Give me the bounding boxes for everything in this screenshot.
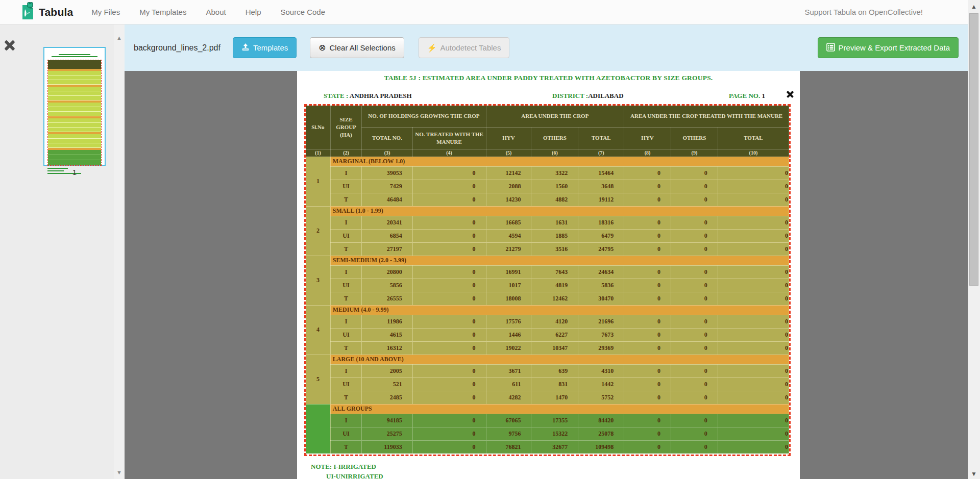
table-cell: 0 (671, 341, 718, 355)
templates-button-label: Templates (253, 43, 288, 52)
pdf-table-title: TABLE 5J : ESTIMATED AREA UNDER PADDY TR… (297, 74, 800, 82)
autodetect-button-label: Autodetect Tables (440, 43, 501, 52)
sidebar-scroll-down-icon[interactable]: ▼ (114, 469, 125, 475)
remove-file-button[interactable] (4, 40, 15, 51)
table-cell: 0 (671, 391, 718, 404)
pdf-page-1[interactable]: TABLE 5J : ESTIMATED AREA UNDER PADDY TR… (297, 71, 800, 479)
table-cell: 4282 (486, 391, 531, 404)
thumbnail-stripe (48, 134, 101, 139)
main-scrollbar[interactable]: ▲ ▼ (968, 0, 980, 479)
thumb-table-rows (48, 69, 101, 165)
table-cell: 6854 (362, 229, 412, 242)
table-cell: 0 (718, 193, 789, 206)
table-row: T24850428214705752000 (306, 391, 789, 404)
table-cell: 0 (412, 180, 486, 193)
col-header-slno: Sl.No (306, 106, 330, 149)
slno-cell: 3 (306, 256, 330, 305)
selection-box[interactable]: Sl.No SIZE GROUP (HA) NO. OF HOLDINGS GR… (304, 104, 791, 456)
table-cell: 94185 (362, 414, 412, 427)
autodetect-tables-button[interactable]: ⚡ Autodetect Tables (419, 37, 510, 58)
export-button-label: Preview & Export Extracted Data (839, 43, 950, 52)
nav-my-templates[interactable]: My Templates (139, 8, 186, 16)
pdf-table-body: 1MARGINAL (BELOW 1.0)I390530121423322154… (306, 157, 789, 453)
thumb-table-header (48, 60, 101, 69)
nav-source-code[interactable]: Source Code (281, 8, 326, 16)
preview-export-button[interactable]: Preview & Export Extracted Data (818, 37, 959, 58)
col-header-treated: NO. TREATED WITH THE MANURE (412, 127, 486, 149)
table-cell: 0 (412, 440, 486, 453)
table-cell: 0 (718, 265, 789, 279)
thumbnail-stripe (48, 155, 101, 160)
table-row: UI52106118311442000 (306, 377, 789, 391)
table-cell: 12142 (486, 166, 531, 180)
tabula-logo-icon (19, 2, 35, 22)
table-cell: 0 (718, 216, 789, 229)
table-cell: 25078 (578, 427, 624, 440)
table-cell: 5856 (362, 279, 412, 292)
table-cell: 46484 (362, 193, 412, 206)
nav-help[interactable]: Help (246, 8, 261, 16)
table-cell: 0 (624, 216, 671, 229)
table-cell: 0 (718, 391, 789, 404)
table-row: I2005036716394310000 (306, 364, 789, 377)
table-cell: 15322 (531, 427, 578, 440)
sidebar-scrollbar[interactable]: ▲ ▼ (114, 24, 125, 479)
document-filename: background_lines_2.pdf (134, 43, 220, 53)
thumbnail-stripe (48, 128, 101, 132)
support-link[interactable]: Support Tabula on OpenCollective! (804, 8, 923, 16)
templates-button[interactable]: Templates (233, 37, 297, 58)
table-cell: 0 (412, 341, 486, 355)
table-cell: 3671 (486, 364, 531, 377)
table-cell: T (330, 440, 362, 453)
brand-home-link[interactable]: Tabula (19, 2, 73, 22)
table-cell: 639 (531, 364, 578, 377)
nav-about[interactable]: About (206, 8, 226, 16)
scroll-up-icon[interactable]: ▲ (968, 3, 980, 10)
table-cell: 0 (412, 292, 486, 305)
thumb-title-line (59, 54, 90, 55)
table-cell: 4882 (531, 193, 578, 206)
remove-selection-button[interactable] (786, 90, 794, 98)
group-header-cell: SEMI-MEDIUM (2.0 - 3.99) (330, 256, 789, 265)
table-cell: 0 (624, 414, 671, 427)
table-cell: I (330, 216, 362, 229)
table-cell: 0 (671, 328, 718, 341)
table-cell: 17576 (486, 315, 531, 328)
table-cell: 5752 (578, 391, 624, 404)
table-cell: 26555 (362, 292, 412, 305)
table-cell: I (330, 414, 362, 427)
page-thumbnails-sidebar: 1 ▲ ▼ (0, 24, 125, 479)
pageno-label: PAGE NO. (729, 92, 760, 99)
page-1-thumbnail[interactable] (43, 47, 106, 166)
table-cell: 0 (624, 315, 671, 328)
table-cell: 3322 (531, 166, 578, 180)
table-cell: 0 (718, 341, 789, 355)
table-cell: 0 (671, 242, 718, 256)
table-cell: 0 (671, 292, 718, 305)
clear-all-selections-button[interactable]: ⊗ Clear All Selections (310, 37, 404, 58)
col-number-cell: (3) (362, 149, 412, 157)
table-row: UI25275097561532225078000 (306, 427, 789, 440)
table-cell: 30470 (578, 292, 624, 305)
table-cell: 1560 (531, 180, 578, 193)
table-cell: 19022 (486, 341, 531, 355)
table-cell: 0 (671, 180, 718, 193)
pdf-note-line-2: UI-UNIRRIGATED (326, 472, 383, 479)
table-cell: 4594 (486, 229, 531, 242)
sidebar-scroll-up-icon[interactable]: ▲ (114, 35, 125, 41)
col-number-cell: (1) (306, 149, 330, 157)
table-cell: UI (330, 229, 362, 242)
scrollbar-thumb[interactable] (969, 13, 978, 286)
table-cell: 3516 (531, 242, 578, 256)
table-row: UI58560101748195836000 (306, 279, 789, 292)
table-cell: 0 (624, 229, 671, 242)
table-cell: 17355 (531, 414, 578, 427)
table-cell: 19112 (578, 193, 624, 206)
table-cell: 0 (718, 279, 789, 292)
nav-my-files[interactable]: My Files (91, 8, 120, 16)
table-cell: 0 (718, 328, 789, 341)
scroll-down-icon[interactable]: ▼ (968, 470, 980, 477)
col-number-cell: (7) (578, 149, 624, 157)
table-cell: 14230 (486, 193, 531, 206)
pdf-data-table: Sl.No SIZE GROUP (HA) NO. OF HOLDINGS GR… (306, 106, 789, 453)
